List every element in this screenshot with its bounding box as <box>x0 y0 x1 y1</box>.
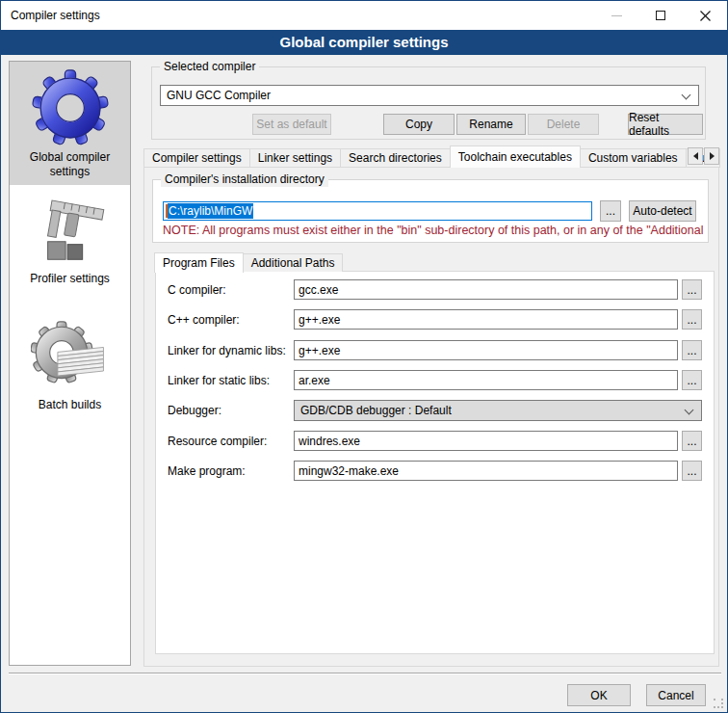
resize-grip-dots <box>714 699 715 700</box>
reset-defaults-button[interactable]: Reset defaults <box>628 114 703 135</box>
title-bar: Compiler settings <box>1 1 727 30</box>
copy-button[interactable]: Copy <box>383 114 455 135</box>
blue-gear-icon <box>32 67 109 148</box>
gear-stack-icon <box>31 317 110 396</box>
selected-path-text: C:\raylib\MinGW <box>168 203 253 219</box>
field-label: Linker for dynamic libs: <box>168 344 286 357</box>
files-subtab-bar: Program Files Additional Paths <box>154 251 342 272</box>
dynamic-linker-row: Linker for dynamic libs: ... <box>156 340 714 363</box>
tab-custom-variables[interactable]: Custom variables <box>580 148 687 168</box>
resource-compiler-input[interactable] <box>294 431 678 451</box>
browse-c-compiler-button[interactable]: ... <box>682 279 702 300</box>
sidebar-item-profiler-settings[interactable]: Profiler settings <box>10 195 130 292</box>
chevron-down-icon <box>685 406 694 415</box>
triangle-right-icon <box>710 152 715 160</box>
note-text: NOTE: All programs must exist either in … <box>163 224 705 237</box>
field-label: Linker for static libs: <box>168 374 270 387</box>
group-legend: Compiler's installation directory <box>161 172 328 187</box>
make-program-row: Make program: ... <box>156 461 714 484</box>
tab-scroll-right-button[interactable] <box>704 147 719 165</box>
program-files-page: C compiler: ... C++ compiler: ... Linker… <box>155 271 715 654</box>
make-program-input[interactable] <box>294 461 678 481</box>
browse-dynamic-linker-button[interactable]: ... <box>682 340 702 360</box>
c-compiler-row: C compiler: ... <box>156 279 714 303</box>
tab-toolchain-executables[interactable]: Toolchain executables <box>450 145 581 168</box>
debugger-select-value: GDB/CDB debugger : Default <box>300 404 452 417</box>
close-button[interactable] <box>683 1 727 30</box>
tab-linker-settings[interactable]: Linker settings <box>249 148 341 168</box>
browse-cpp-compiler-button[interactable]: ... <box>682 309 702 330</box>
installation-directory-group: Compiler's installation directory C:\ray… <box>152 179 709 243</box>
cpp-compiler-row: C++ compiler: ... <box>156 309 714 332</box>
page-title: Global compiler settings <box>1 30 727 55</box>
tab-search-directories[interactable]: Search directories <box>340 148 451 168</box>
browse-make-program-button[interactable]: ... <box>682 461 702 481</box>
sidebar-item-label: Global compiler settings <box>10 148 130 185</box>
selected-compiler-group: Selected compiler GNU GCC Compiler Set a… <box>151 66 706 140</box>
cpp-compiler-input[interactable] <box>294 309 678 330</box>
tab-compiler-settings[interactable]: Compiler settings <box>143 148 250 168</box>
maximize-button[interactable] <box>638 1 683 30</box>
field-label: Resource compiler: <box>168 435 267 448</box>
subtab-additional-paths[interactable]: Additional Paths <box>243 253 344 272</box>
settings-tab-bar: Compiler settings Linker settings Search… <box>143 145 719 168</box>
field-label: Debugger: <box>168 404 221 417</box>
window-title: Compiler settings <box>11 9 100 22</box>
subtab-program-files[interactable]: Program Files <box>154 252 244 273</box>
sidebar-item-label: Batch builds <box>35 396 105 418</box>
debugger-select[interactable]: GDB/CDB debugger : Default <box>294 400 702 421</box>
window-controls <box>594 1 727 30</box>
caliper-icon <box>32 195 109 270</box>
minimize-icon <box>611 15 622 16</box>
tab-scroll-left-button[interactable] <box>688 147 703 165</box>
close-icon <box>700 11 711 21</box>
cancel-button[interactable]: Cancel <box>646 684 706 706</box>
compiler-settings-dialog: Compiler settings Global compiler settin… <box>0 0 728 713</box>
toolchain-executables-page: Compiler's installation directory C:\ray… <box>143 167 719 667</box>
triangle-left-icon <box>693 152 698 160</box>
chevron-down-icon <box>682 91 691 100</box>
settings-category-list: Global compiler settings Profiler settin… <box>9 61 131 666</box>
minimize-button[interactable] <box>594 1 638 30</box>
compiler-select-value: GNU GCC Compiler <box>167 89 271 102</box>
field-label: C compiler: <box>168 283 226 297</box>
field-label: Make program: <box>168 464 246 478</box>
field-label: C++ compiler: <box>168 313 240 327</box>
browse-resource-compiler-button[interactable]: ... <box>682 431 702 451</box>
resize-grip[interactable] <box>714 699 723 708</box>
static-linker-input[interactable] <box>294 370 678 390</box>
sidebar-item-global-compiler-settings[interactable]: Global compiler settings <box>10 62 130 185</box>
compiler-select[interactable]: GNU GCC Compiler <box>160 85 699 106</box>
delete-button: Delete <box>528 114 599 135</box>
rename-button[interactable]: Rename <box>456 114 526 135</box>
installation-directory-input[interactable]: C:\raylib\MinGW <box>163 201 592 221</box>
sidebar-item-batch-builds[interactable]: Batch builds <box>10 317 130 418</box>
auto-detect-button[interactable]: Auto-detect <box>629 200 696 222</box>
set-as-default-button: Set as default <box>252 114 331 135</box>
sidebar-item-label: Profiler settings <box>26 270 114 292</box>
group-legend: Selected compiler <box>160 60 259 74</box>
tab-scroll-buttons <box>688 147 719 165</box>
browse-directory-button[interactable]: ... <box>600 200 621 222</box>
c-compiler-input[interactable] <box>294 279 678 300</box>
footer-divider <box>9 673 721 674</box>
ok-button[interactable]: OK <box>567 684 631 706</box>
main-content: Selected compiler GNU GCC Compiler Set a… <box>143 61 721 666</box>
maximize-icon <box>656 11 665 20</box>
static-linker-row: Linker for static libs: ... <box>156 370 714 393</box>
debugger-row: Debugger: GDB/CDB debugger : Default <box>156 400 714 423</box>
browse-static-linker-button[interactable]: ... <box>682 370 702 390</box>
resource-compiler-row: Resource compiler: ... <box>156 431 714 454</box>
dynamic-linker-input[interactable] <box>294 340 678 360</box>
